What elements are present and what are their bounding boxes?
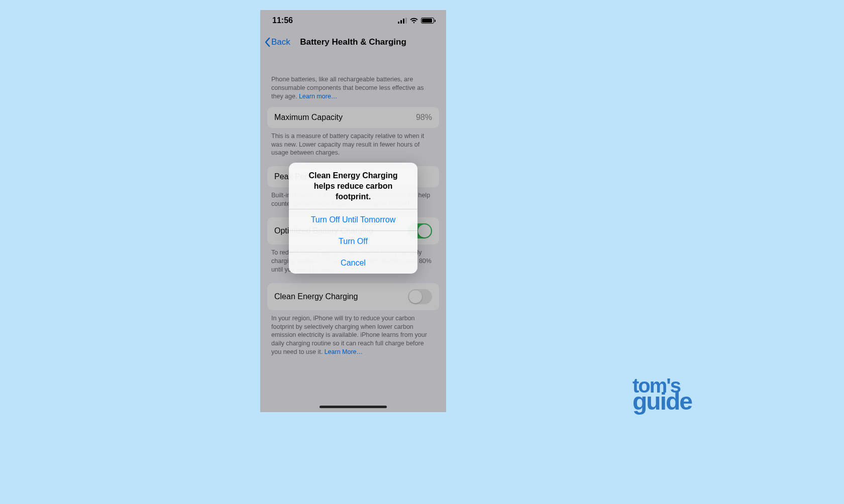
logo-line-2: guide xyxy=(632,392,692,411)
action-sheet-title: Clean Energy Charging helps reduce carbo… xyxy=(289,163,417,209)
maximum-capacity-value: 98% xyxy=(416,113,432,122)
turn-off-button[interactable]: Turn Off xyxy=(289,231,417,252)
maximum-capacity-label: Maximum Capacity xyxy=(274,113,343,122)
intro-learn-more-link[interactable]: Learn more… xyxy=(299,93,337,100)
action-sheet: Clean Energy Charging helps reduce carbo… xyxy=(289,163,417,274)
toms-guide-logo: tom's guide xyxy=(632,378,692,411)
nav-bar: Back Battery Health & Charging xyxy=(260,31,446,53)
clean-energy-note: In your region, iPhone will try to reduc… xyxy=(267,310,439,365)
clean-energy-row: Clean Energy Charging xyxy=(267,283,439,310)
cellular-signal-icon xyxy=(398,18,407,24)
clean-energy-label: Clean Energy Charging xyxy=(274,292,358,301)
intro-note: Phone batteries, like all rechargeable b… xyxy=(267,75,439,107)
home-indicator[interactable] xyxy=(320,406,387,408)
turn-off-until-tomorrow-button[interactable]: Turn Off Until Tomorrow xyxy=(289,209,417,230)
status-time: 11:56 xyxy=(272,16,293,25)
status-bar: 11:56 xyxy=(260,10,446,31)
clean-energy-toggle[interactable] xyxy=(408,289,432,304)
page-title: Battery Health & Charging xyxy=(260,37,446,47)
maximum-capacity-note: This is a measure of battery capacity re… xyxy=(267,128,439,167)
status-indicators xyxy=(398,18,434,24)
phone-screenshot: 11:56 Back Battery Health & Charging Pho… xyxy=(260,10,446,412)
battery-icon xyxy=(421,18,434,24)
maximum-capacity-row[interactable]: Maximum Capacity 98% xyxy=(267,107,439,128)
clean-energy-learn-more-link[interactable]: Learn More… xyxy=(325,348,363,355)
cancel-button[interactable]: Cancel xyxy=(289,253,417,274)
wifi-icon xyxy=(410,18,418,24)
